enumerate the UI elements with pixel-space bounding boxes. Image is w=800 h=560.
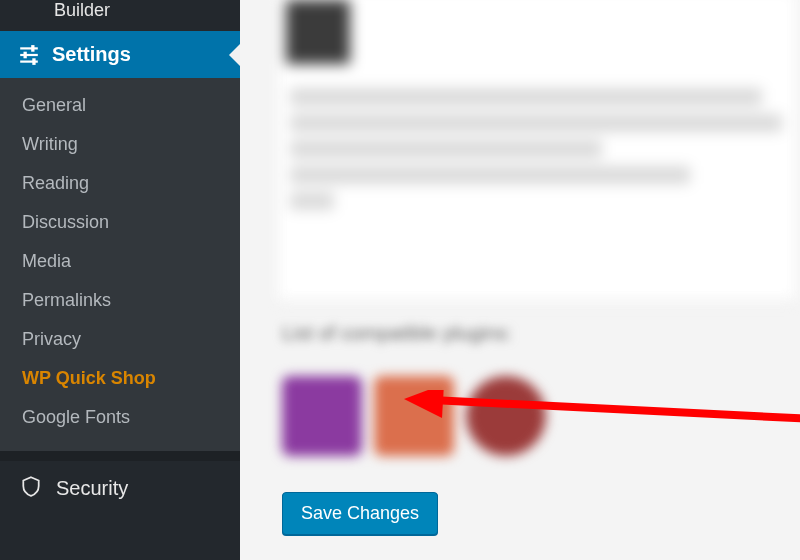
submenu-label: Reading xyxy=(22,173,89,193)
sidebar-item-settings[interactable]: Settings xyxy=(0,31,240,78)
svg-rect-0 xyxy=(20,47,38,49)
plugin-icon xyxy=(374,376,454,456)
save-changes-button[interactable]: Save Changes xyxy=(282,492,438,535)
submenu-item-google-fonts[interactable]: Google Fonts xyxy=(0,398,240,437)
settings-submenu: General Writing Reading Discussion Media… xyxy=(0,78,240,451)
blurred-text-line xyxy=(290,114,782,132)
submenu-item-reading[interactable]: Reading xyxy=(0,164,240,203)
submenu-label: Writing xyxy=(22,134,78,154)
section-heading-text: List of compatible plugins: xyxy=(282,322,512,345)
sidebar-item-builder[interactable]: Builder xyxy=(0,0,240,31)
blurred-text-line xyxy=(290,140,602,158)
blurred-text-line xyxy=(290,88,762,106)
button-label: Save Changes xyxy=(301,503,419,523)
admin-sidebar: Builder Settings General Writing Reading… xyxy=(0,0,240,560)
sidebar-item-security[interactable]: Security xyxy=(0,461,240,516)
submenu-item-writing[interactable]: Writing xyxy=(0,125,240,164)
plugin-thumbnail xyxy=(286,0,350,64)
submenu-label: Privacy xyxy=(22,329,81,349)
svg-rect-1 xyxy=(20,53,38,55)
sidebar-separator xyxy=(0,451,240,461)
compatible-plugins-row xyxy=(282,376,546,456)
blurred-text-line xyxy=(290,166,690,184)
sidebar-item-label: Security xyxy=(56,477,128,500)
sliders-icon xyxy=(18,44,40,66)
plugin-icon xyxy=(282,376,362,456)
submenu-label: Google Fonts xyxy=(22,407,130,427)
submenu-label: WP Quick Shop xyxy=(22,368,156,388)
plugin-icon xyxy=(466,376,546,456)
submenu-label: Media xyxy=(22,251,71,271)
sidebar-item-label: Builder xyxy=(54,0,110,20)
submenu-item-general[interactable]: General xyxy=(0,86,240,125)
submenu-item-privacy[interactable]: Privacy xyxy=(0,320,240,359)
submenu-label: Permalinks xyxy=(22,290,111,310)
sidebar-item-label: Settings xyxy=(52,43,131,66)
section-heading: List of compatible plugins: xyxy=(282,320,512,346)
info-panel xyxy=(278,0,796,300)
svg-rect-3 xyxy=(31,45,34,52)
submenu-label: Discussion xyxy=(22,212,109,232)
submenu-item-permalinks[interactable]: Permalinks xyxy=(0,281,240,320)
blurred-text-line xyxy=(290,192,334,210)
submenu-item-wp-quick-shop[interactable]: WP Quick Shop xyxy=(0,359,240,398)
submenu-item-media[interactable]: Media xyxy=(0,242,240,281)
shield-icon xyxy=(20,475,42,502)
svg-rect-5 xyxy=(32,58,35,65)
main-content: List of compatible plugins: Save Changes xyxy=(240,0,800,560)
submenu-item-discussion[interactable]: Discussion xyxy=(0,203,240,242)
submenu-label: General xyxy=(22,95,86,115)
svg-rect-4 xyxy=(24,51,27,58)
